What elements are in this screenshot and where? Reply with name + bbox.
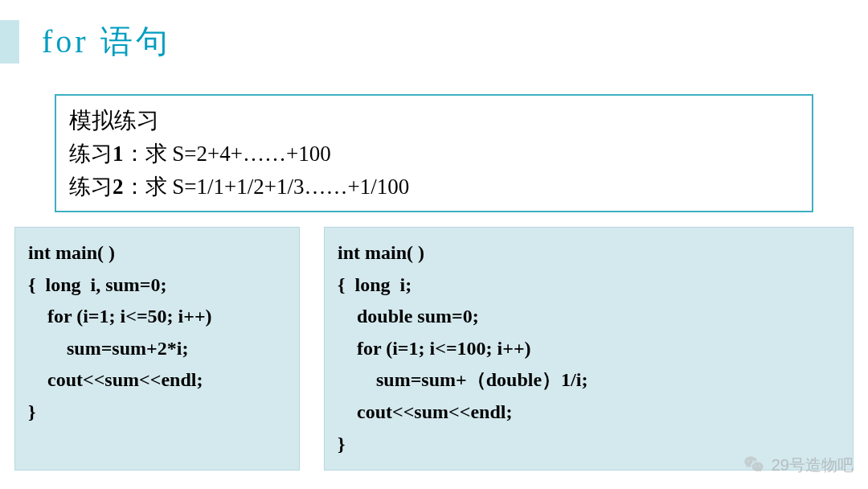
wechat-icon — [743, 454, 765, 476]
watermark: 29号造物吧 — [743, 454, 854, 476]
header-accent-bar — [0, 20, 19, 64]
problem-heading: 模拟练习 — [69, 104, 799, 138]
code-box-left: int main( ) { long i, sum=0; for (i=1; i… — [14, 227, 300, 471]
problem-box: 模拟练习 练习1：求 S=2+4+……+100 练习2：求 S=1/1+1/2+… — [55, 94, 813, 212]
exercise-1-number: 1 — [113, 142, 124, 166]
exercise-2-number: 2 — [113, 175, 124, 199]
code-box-right: int main( ) { long i; double sum=0; for … — [324, 227, 854, 471]
code-section: int main( ) { long i, sum=0; for (i=1; i… — [0, 227, 868, 471]
watermark-text: 29号造物吧 — [772, 454, 854, 476]
exercise-1-label: 练习 — [69, 142, 113, 166]
exercise-1-equation: ：求 S=2+4+……+100 — [124, 142, 331, 166]
slide-header: for 语句 — [0, 0, 868, 72]
exercise-2-equation: ：求 S=1/1+1/2+1/3……+1/100 — [124, 175, 410, 199]
exercise-2: 练习2：求 S=1/1+1/2+1/3……+1/100 — [69, 171, 799, 203]
exercise-1: 练习1：求 S=2+4+……+100 — [69, 138, 799, 171]
exercise-2-label: 练习 — [69, 175, 113, 199]
slide-title: for 语句 — [42, 19, 171, 64]
